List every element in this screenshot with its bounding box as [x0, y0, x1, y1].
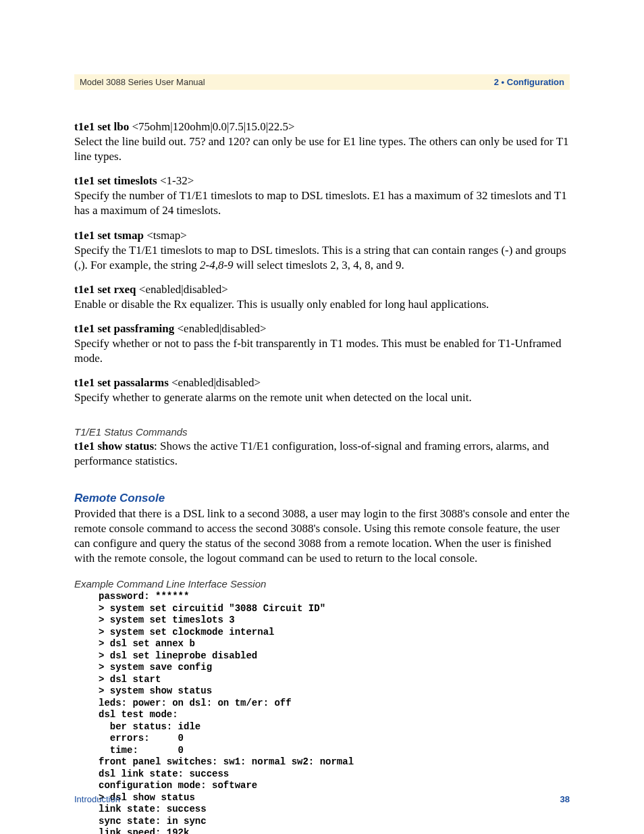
command-desc: Select the line build out. 75? and 120? …	[74, 134, 570, 164]
command-args: <75ohm|120ohm|0.0|7.5|15.0|22.5>	[129, 120, 294, 133]
command-args: <enabled|disabled>	[174, 322, 266, 335]
footer-section: Introduction	[74, 794, 120, 804]
page-footer: Introduction 38	[74, 794, 570, 804]
command-args: <1-32>	[157, 174, 194, 187]
command-line: t1e1 set passalarms <enabled|disabled>	[74, 375, 570, 390]
command-line: t1e1 set passframing <enabled|disabled>	[74, 321, 570, 336]
command-desc: Specify the number of T1/E1 timeslots to…	[74, 188, 570, 218]
header-manual-title: Model 3088 Series User Manual	[80, 77, 205, 87]
example-heading: Example Command Line Interface Session	[74, 578, 570, 590]
command-args: <enabled|disabled>	[169, 376, 261, 389]
command-name: t1e1 set passalarms	[74, 376, 169, 389]
command-line: t1e1 set timeslots <1-32>	[74, 174, 570, 188]
command-name: t1e1 set timeslots	[74, 174, 157, 187]
command-name: t1e1 set lbo	[74, 120, 129, 133]
command-line: t1e1 set lbo <75ohm|120ohm|0.0|7.5|15.0|…	[74, 120, 570, 134]
command-block: t1e1 set rxeq <enabled|disabled> Enable …	[74, 282, 570, 312]
command-name: t1e1 set rxeq	[74, 283, 136, 296]
command-block: t1e1 set passalarms <enabled|disabled> S…	[74, 375, 570, 405]
command-line: t1e1 set rxeq <enabled|disabled>	[74, 282, 570, 297]
remote-console-heading: Remote Console	[74, 492, 570, 505]
command-args: <enabled|disabled>	[136, 283, 228, 296]
command-desc: Specify whether to generate alarms on th…	[74, 390, 570, 405]
command-block: t1e1 set timeslots <1-32> Specify the nu…	[74, 174, 570, 218]
command-desc-post: will select timeslots 2, 3, 4, 8, and 9.	[234, 259, 404, 271]
page-header: Model 3088 Series User Manual 2 • Config…	[74, 74, 570, 90]
command-block: t1e1 set tsmap <tsmap> Specify the T1/E1…	[74, 228, 570, 273]
command-name: t1e1 set passframing	[74, 322, 174, 335]
command-line: t1e1 set tsmap <tsmap>	[74, 228, 570, 243]
status-para: t1e1 show status: Shows the active T1/E1…	[74, 439, 570, 469]
command-name: t1e1 set tsmap	[74, 229, 144, 242]
status-heading: T1/E1 Status Commands	[74, 426, 570, 438]
command-desc-em: 2-4,8-9	[200, 259, 234, 271]
command-desc: Specify the T1/E1 timeslots to map to DS…	[74, 243, 570, 273]
document-page: Model 3088 Series User Manual 2 • Config…	[0, 0, 644, 834]
status-command-name: t1e1 show status	[74, 440, 154, 452]
command-block: t1e1 set passframing <enabled|disabled> …	[74, 321, 570, 366]
command-args: <tsmap>	[144, 229, 187, 242]
footer-page-number: 38	[560, 794, 570, 804]
command-desc: Enable or disable the Rx equalizer. This…	[74, 297, 570, 312]
header-section-title: 2 • Configuration	[494, 77, 564, 87]
command-block: t1e1 set lbo <75ohm|120ohm|0.0|7.5|15.0|…	[74, 120, 570, 164]
command-desc: Specify whether or not to pass the f-bit…	[74, 336, 570, 366]
remote-console-para: Provided that there is a DSL link to a s…	[74, 506, 570, 566]
